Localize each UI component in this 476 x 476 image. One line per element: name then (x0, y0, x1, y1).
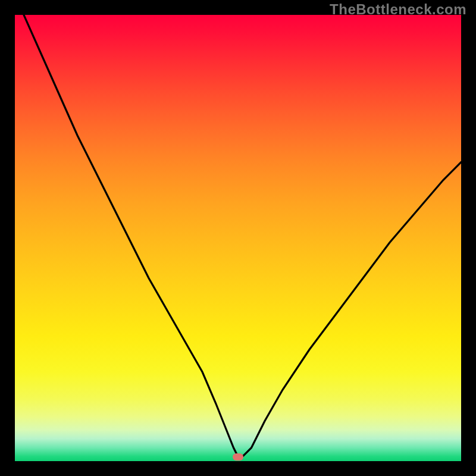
chart-frame: TheBottleneck.com (0, 0, 476, 476)
plot-area (15, 15, 461, 461)
watermark-text: TheBottleneck.com (330, 1, 466, 18)
bottleneck-marker (233, 453, 243, 461)
bottleneck-curve (15, 15, 461, 461)
